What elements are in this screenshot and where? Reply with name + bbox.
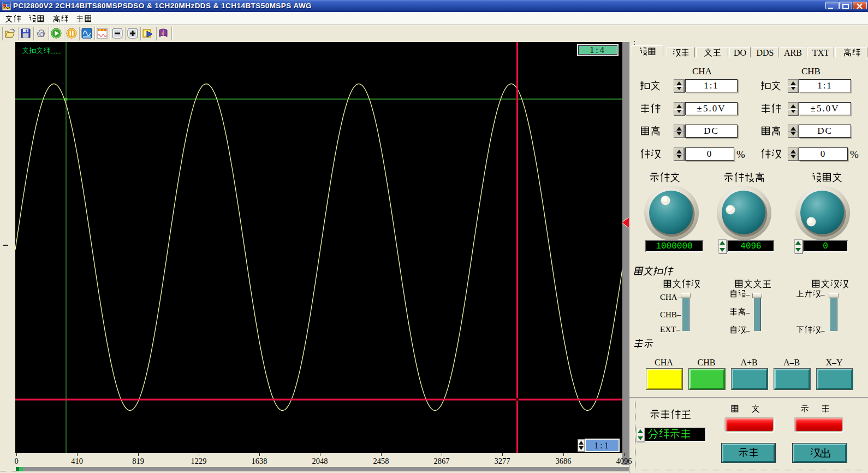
svg-text:?: ? (161, 31, 164, 36)
